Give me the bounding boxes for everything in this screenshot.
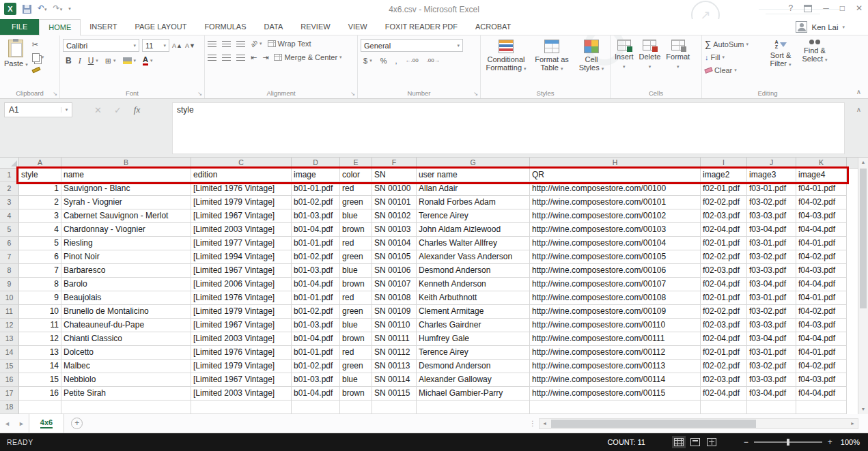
- cell-I13[interactable]: f02-04.pdf: [701, 332, 747, 346]
- cell-C13[interactable]: [Limited 2003 Vintage]: [191, 332, 292, 346]
- cell-F8[interactable]: SN 00106: [372, 264, 417, 278]
- conditional-formatting-button[interactable]: Conditional Formatting ▾: [484, 38, 529, 75]
- cell-J11[interactable]: f03-02.pdf: [747, 305, 796, 319]
- cell-I9[interactable]: f02-04.pdf: [701, 278, 747, 291]
- cell-G17[interactable]: Michael Gambier-Parry: [417, 387, 530, 401]
- row-header-8[interactable]: 8: [0, 264, 19, 278]
- cell-A13[interactable]: 12: [19, 332, 61, 346]
- underline-button[interactable]: U▾: [88, 56, 98, 66]
- cell-G2[interactable]: Allan Adair: [417, 182, 530, 196]
- tab-acrobat[interactable]: ACROBAT: [466, 19, 520, 35]
- cell-A17[interactable]: 16: [19, 387, 61, 401]
- cell-D9[interactable]: b01-04.pdf: [292, 278, 340, 291]
- cell-D17[interactable]: b01-04.pdf: [292, 387, 340, 401]
- cell-H15[interactable]: http://wine.composestore.com/00113: [530, 360, 701, 373]
- cell-I10[interactable]: f02-01.pdf: [701, 291, 747, 305]
- column-header-J[interactable]: J: [747, 158, 796, 168]
- cell-F11[interactable]: SN 00109: [372, 305, 417, 319]
- column-header-A[interactable]: A: [19, 158, 61, 168]
- cell-E17[interactable]: brown: [340, 387, 372, 401]
- align-right-icon[interactable]: [236, 55, 245, 61]
- cell-G7[interactable]: Alexander Vass Anderson: [417, 250, 530, 264]
- autosum-button[interactable]: ∑AutoSum▾: [705, 40, 762, 49]
- row-header-6[interactable]: 6: [0, 237, 19, 250]
- cell-J14[interactable]: f03-01.pdf: [747, 346, 796, 360]
- orientation-button[interactable]: ab▾: [251, 39, 262, 48]
- previous-sheet-arrow[interactable]: ◄: [0, 420, 14, 427]
- font-color-button[interactable]: A▾: [143, 56, 152, 66]
- borders-button[interactable]: ⊞▾: [105, 56, 116, 66]
- cell-I2[interactable]: f02-01.pdf: [701, 182, 747, 196]
- cell-C14[interactable]: [Limited 1976 Vintage]: [191, 346, 292, 360]
- page-break-view-icon[interactable]: [707, 438, 716, 446]
- cell-I16[interactable]: f02-03.pdf: [701, 373, 747, 387]
- row-header-5[interactable]: 5: [0, 223, 19, 237]
- tab-formulas[interactable]: FORMULAS: [195, 19, 255, 35]
- cell-J7[interactable]: f03-02.pdf: [747, 250, 796, 264]
- comma-style-button[interactable]: ,: [395, 56, 397, 66]
- cell-D18[interactable]: [292, 401, 340, 414]
- cell-K13[interactable]: f04-04.pdf: [796, 332, 847, 346]
- number-format-select[interactable]: General▾: [361, 39, 463, 52]
- zoom-out-button[interactable]: −: [744, 437, 748, 447]
- cell-G4[interactable]: Terence Airey: [417, 209, 530, 223]
- zoom-slider-thumb[interactable]: [787, 439, 789, 446]
- cell-A11[interactable]: 10: [19, 305, 61, 319]
- sheet-tab-4x6[interactable]: 4x6: [29, 414, 64, 433]
- cell-H14[interactable]: http://wine.composestore.com/00112: [530, 346, 701, 360]
- cell-G13[interactable]: Humfrey Gale: [417, 332, 530, 346]
- cell-B16[interactable]: Nebbiolo: [61, 373, 191, 387]
- tab-file[interactable]: FILE: [0, 19, 39, 35]
- cell-K3[interactable]: f04-02.pdf: [796, 196, 847, 209]
- cell-B14[interactable]: Dolcetto: [61, 346, 191, 360]
- accounting-format-button[interactable]: $▾: [363, 56, 372, 66]
- cell-I5[interactable]: f02-04.pdf: [701, 223, 747, 237]
- cell-E14[interactable]: red: [340, 346, 372, 360]
- cell-A10[interactable]: 9: [19, 291, 61, 305]
- cell-F16[interactable]: SN 00114: [372, 373, 417, 387]
- row-header-15[interactable]: 15: [0, 360, 19, 373]
- cell-B17[interactable]: Petite Sirah: [61, 387, 191, 401]
- cell-G11[interactable]: Clement Armitage: [417, 305, 530, 319]
- cancel-entry-button[interactable]: ✕: [94, 105, 102, 115]
- tab-strip-splitter[interactable]: ⋮: [527, 420, 539, 427]
- cell-K9[interactable]: f04-04.pdf: [796, 278, 847, 291]
- merge-center-button[interactable]: Merge & Center▾: [274, 53, 341, 62]
- column-header-B[interactable]: B: [61, 158, 191, 168]
- row-header-1[interactable]: 1: [0, 169, 19, 182]
- row-header-10[interactable]: 10: [0, 291, 19, 305]
- column-header-E[interactable]: E: [340, 158, 372, 168]
- scroll-left-arrow[interactable]: ◄: [540, 421, 550, 426]
- cell-D8[interactable]: b01-03.pdf: [292, 264, 340, 278]
- cell-H4[interactable]: http://wine.composestore.com/00102: [530, 209, 701, 223]
- cell-K18[interactable]: [796, 401, 847, 414]
- cell-E9[interactable]: brown: [340, 278, 372, 291]
- clipboard-dialog-launcher[interactable]: ↘: [53, 91, 57, 97]
- row-header-11[interactable]: 11: [0, 305, 19, 319]
- cell-A2[interactable]: 1: [19, 182, 61, 196]
- cell-E16[interactable]: blue: [340, 373, 372, 387]
- cell-H17[interactable]: http://wine.composestore.com/00115: [530, 387, 701, 401]
- align-bottom-icon[interactable]: [236, 41, 245, 47]
- row-header-4[interactable]: 4: [0, 209, 19, 223]
- row-header-18[interactable]: 18: [0, 401, 19, 414]
- cell-I6[interactable]: f02-01.pdf: [701, 237, 747, 250]
- cell-K2[interactable]: f04-01.pdf: [796, 182, 847, 196]
- cell-D2[interactable]: b01-01.pdf: [292, 182, 340, 196]
- cell-C2[interactable]: [Limited 1976 Vintage]: [191, 182, 292, 196]
- minimize-button[interactable]: ─: [823, 3, 829, 13]
- column-header-F[interactable]: F: [372, 158, 417, 168]
- cell-H10[interactable]: http://wine.composestore.com/00108: [530, 291, 701, 305]
- cell-H9[interactable]: http://wine.composestore.com/00107: [530, 278, 701, 291]
- next-sheet-arrow[interactable]: ►: [14, 420, 29, 427]
- cell-J6[interactable]: f03-01.pdf: [747, 237, 796, 250]
- cell-E13[interactable]: brown: [340, 332, 372, 346]
- cell-B5[interactable]: Chardonnay - Viognier: [61, 223, 191, 237]
- cell-C9[interactable]: [Limited 2006 Vintage]: [191, 278, 292, 291]
- cell-G6[interactable]: Charles Walter Allfrey: [417, 237, 530, 250]
- cell-K14[interactable]: f04-01.pdf: [796, 346, 847, 360]
- cell-G14[interactable]: Terence Airey: [417, 346, 530, 360]
- increase-decimal-button[interactable]: ←.00: [405, 56, 418, 66]
- cell-A9[interactable]: 8: [19, 278, 61, 291]
- vertical-scrollbar[interactable]: ▲ ▼: [858, 158, 868, 414]
